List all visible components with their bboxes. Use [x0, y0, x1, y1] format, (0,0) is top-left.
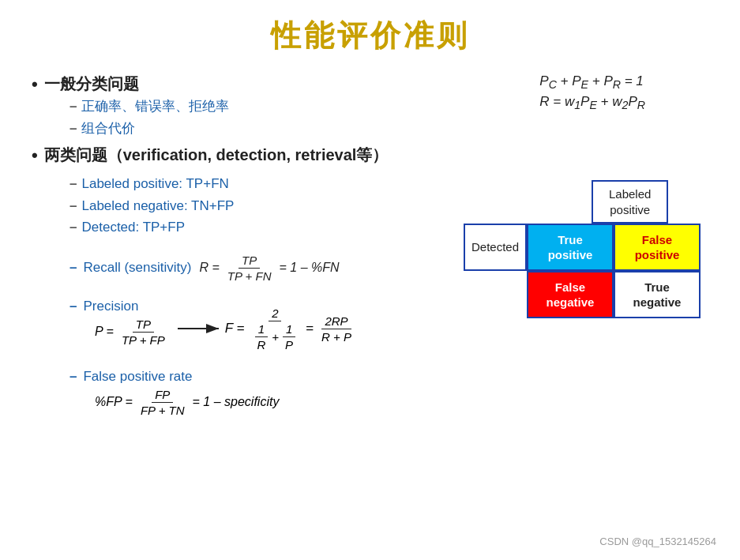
right-col: Labeledpositive Detected Truepositive Fa… [456, 172, 708, 417]
formula1: PC + PE + PR = 1 [539, 73, 645, 91]
fpr-dash: – [69, 369, 77, 385]
confusion-matrix: Labeledpositive Detected Truepositive Fa… [464, 180, 701, 318]
fpr-fraction: FP FP + TN [137, 388, 188, 417]
page: 性能评价准则 • 一般分类问题 – 正确率、错误率、拒绝率 – 组合代价 [0, 0, 740, 560]
recall-row: – Recall (sensitivity) R = TP TP + FN = … [69, 254, 440, 283]
f-fraction2: 2RP R + P [318, 314, 355, 344]
labeled-negative-text: Labeled negative: TN+FP [81, 196, 234, 216]
labeled-positive-text: Labeled positive: TP+FN [81, 174, 228, 194]
bullet1-section: • 一般分类问题 – 正确率、错误率、拒绝率 – 组合代价 [32, 70, 229, 138]
cm-empty [464, 271, 527, 318]
precision-f-section: – Precision P = TP TP + FP [32, 292, 440, 351]
labeled-positive-item: – Labeled positive: TP+FN [69, 174, 440, 194]
precision-fraction: TP TP + FP [118, 318, 168, 347]
precision-formula-row: P = TP TP + FP [95, 318, 170, 347]
cm-row1: Detected Truepositive Falsepositive [464, 224, 701, 271]
fpr-label: False positive rate [83, 369, 192, 385]
cm-top-label: Labeledpositive [592, 180, 668, 224]
f-formula-section: F = 2 1 R + 1 [225, 306, 356, 351]
bullet2-label: 两类问题（verification, detection, retrieval等… [44, 145, 389, 166]
cm-side-label: Detected [464, 224, 527, 271]
arrow-f-section: F = 2 1 R + 1 [178, 306, 356, 351]
labeled-negative-item: – Labeled negative: TN+FP [69, 196, 440, 216]
recall-eq2: = 1 – %FN [280, 261, 340, 275]
bullet1-main: • 一般分类问题 [32, 73, 229, 95]
section-upper: • 一般分类问题 – 正确率、错误率、拒绝率 – 组合代价 PC + PE + … [32, 70, 708, 138]
cm-fn: Falsenegative [527, 271, 614, 318]
cm-fp: Falsepositive [614, 224, 701, 271]
content-area: • 一般分类问题 – 正确率、错误率、拒绝率 – 组合代价 PC + PE + … [32, 70, 708, 417]
upper-formulas: PC + PE + PR = 1 R = w1PE + w2PR [539, 73, 645, 112]
cm-row2: Falsenegative Truenegative [464, 271, 701, 318]
detected-item: – Detected: TP+FP [69, 217, 440, 238]
sub2-text: 组合代价 [81, 118, 135, 139]
precision-section: – Precision P = TP TP + FP [32, 292, 170, 347]
sub-item-2: – 组合代价 [69, 118, 229, 139]
precision-dash: – [69, 299, 77, 314]
bullet1-label: 一般分类问题 [44, 73, 139, 95]
page-title: 性能评价准则 [32, 16, 708, 56]
recall-label: Recall (sensitivity) [83, 260, 191, 276]
sub1-text: 正确率、错误率、拒绝率 [81, 96, 229, 117]
bullet2-main: • 两类问题（verification, detection, retrieva… [32, 145, 708, 166]
fpr-label-row: – False positive rate [69, 369, 440, 385]
recall-r: R = [199, 261, 219, 275]
cm-tn: Truenegative [614, 271, 701, 318]
detected-text: Detected: TP+FP [81, 217, 185, 238]
bullet-dot-2: • [32, 145, 38, 166]
lower-section: – Labeled positive: TP+FN – Labeled nega… [32, 172, 708, 417]
arrow-svg [178, 317, 225, 340]
credit-text: CSDN @qq_1532145264 [599, 536, 716, 547]
sub-item-1: – 正确率、错误率、拒绝率 [69, 96, 229, 117]
recall-section: – Recall (sensitivity) R = TP TP + FN = … [32, 247, 440, 283]
bullet-dot-1: • [32, 74, 38, 95]
cm-top-row: Labeledpositive [528, 180, 668, 224]
recall-fraction: TP TP + FN [224, 254, 275, 283]
fpr-section: – False positive rate %FP = FP FP + TN =… [32, 363, 440, 417]
cm-tp: Truepositive [527, 224, 614, 271]
precision-label: Precision [83, 299, 138, 314]
formula2: R = w1PE + w2PR [539, 94, 645, 111]
fpr-formula-row: %FP = FP FP + TN = 1 – specificity [95, 388, 440, 417]
left-col: – Labeled positive: TP+FN – Labeled nega… [32, 172, 440, 417]
f-fraction1: 2 1 R + 1 P [249, 306, 301, 351]
precision-row: – Precision [69, 299, 170, 314]
recall-dash: – [69, 260, 77, 276]
